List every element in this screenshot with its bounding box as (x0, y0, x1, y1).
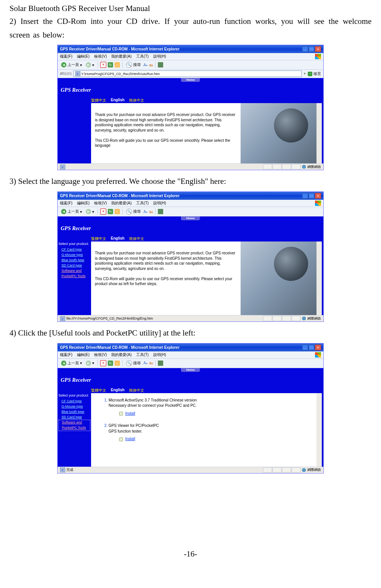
refresh-button[interactable]: ↻ (108, 209, 113, 214)
forward-button[interactable]: ► ▾ (85, 62, 95, 68)
sidebar-header: Select your product: (58, 241, 90, 247)
menu-edit[interactable]: 編輯(E) (77, 54, 90, 59)
status-bar: e完成 網際網路 (58, 467, 323, 473)
back-button[interactable]: ◄上一頁 ▾ (60, 62, 83, 68)
status-page-icon: e (60, 165, 65, 169)
menu-help[interactable]: 說明(H) (153, 201, 166, 206)
sidebar-header: Select your product: (58, 393, 90, 398)
menu-tools[interactable]: 工具(T) (136, 54, 149, 59)
lang-en[interactable]: English (111, 98, 124, 103)
menu-favorites[interactable]: 我的最愛(A) (111, 352, 131, 358)
home-button[interactable]: ⌂ (115, 62, 120, 67)
menu-view[interactable]: 檢視(V) (94, 201, 107, 206)
home-tab[interactable]: Home (181, 78, 200, 82)
install-link-1[interactable]: Install (125, 411, 135, 417)
sidebar-g-mouse[interactable]: G-Mouse type (58, 252, 90, 258)
sidebar-sd-card[interactable]: SD Card type (58, 415, 90, 420)
install-link-2[interactable]: Install (125, 436, 135, 442)
back-button[interactable]: ◄上一頁 ▾ (60, 360, 83, 366)
stop-button[interactable]: ✕ (100, 62, 106, 68)
font-icon[interactable]: A▾ (143, 361, 148, 365)
menu-view[interactable]: 檢視(V) (94, 352, 107, 358)
sidebar-sd-card[interactable]: SD Card type (58, 263, 90, 268)
refresh-button[interactable]: ↻ (108, 62, 113, 67)
font-size-icon[interactable]: aa (149, 63, 153, 67)
toolbar: ◄上一頁 ▾ ► ▾ ✕ ↻ ⌂ 🔍搜尋 A▾ aa (58, 359, 323, 368)
menu-view[interactable]: 檢視(V) (94, 54, 107, 59)
content-panel: Microsoft ActiveSync 3.7 Traditional Chi… (91, 393, 322, 467)
lang-en[interactable]: English (111, 388, 124, 393)
menu-help[interactable]: 說明(H) (153, 54, 166, 59)
forward-button[interactable]: ► ▾ (85, 209, 95, 215)
menu-file[interactable]: 檔案(F) (60, 201, 72, 206)
menu-favorites[interactable]: 我的最愛(A) (111, 54, 131, 59)
sidebar-g-mouse[interactable]: G-Mouse type (58, 404, 90, 409)
home-button[interactable]: ⌂ (115, 361, 120, 366)
sidebar-cf-card[interactable]: CF Card type (58, 247, 90, 252)
content-area: Home GPS Receiver 繁體中文 English 简体中文 Sele… (58, 216, 323, 315)
sidebar-bluetooth[interactable]: Blue tooth type (58, 258, 90, 263)
menu-tools[interactable]: 工具(T) (136, 352, 149, 358)
search-button[interactable]: 🔍搜尋 (125, 208, 142, 215)
close-button[interactable]: × (315, 46, 321, 52)
maximize-button[interactable]: □ (309, 193, 315, 199)
close-button[interactable]: × (315, 193, 321, 199)
address-dropdown[interactable]: ▼ (303, 72, 306, 75)
home-button[interactable]: ⌂ (115, 209, 120, 214)
menu-file[interactable]: 檔案(F) (60, 352, 72, 358)
font-icon[interactable]: A▾ (143, 63, 148, 67)
lang-zh-tw[interactable]: 繁體中文 (91, 388, 106, 393)
minimize-button[interactable]: _ (302, 193, 308, 199)
sidebar-cf-card[interactable]: CF Card type (58, 399, 90, 404)
menu-help[interactable]: 說明(H) (153, 352, 166, 358)
maximize-button[interactable]: □ (309, 345, 315, 350)
screenshot-1: GPS Receiver Driver/Manual CD-ROM - Micr… (57, 45, 324, 170)
lang-zh-tw[interactable]: 繁體中文 (91, 236, 106, 241)
font-icon[interactable]: A▾ (143, 210, 148, 214)
forward-button[interactable]: ► ▾ (85, 360, 95, 366)
home-tab[interactable]: Home (181, 216, 200, 220)
address-input[interactable]: e Y:\HomeProg\CFGPS_CD_Rec2\Html\AutoRun… (73, 71, 302, 77)
window-controls: _□× (302, 345, 321, 350)
menu-file[interactable]: 檔案(F) (60, 54, 72, 59)
menu-tools[interactable]: 工具(T) (136, 201, 149, 206)
font-size-icon[interactable]: aa (149, 210, 153, 214)
toolbar-icon[interactable] (158, 361, 163, 366)
window-controls: _□× (302, 46, 321, 52)
status-bar: e 網際網路 (58, 163, 323, 170)
tool-item-gpsviewer: GPS Viewer for PC/PocketPC GPS function … (109, 423, 313, 442)
back-button[interactable]: ◄上一頁 ▾ (60, 209, 83, 215)
sidebar-software-tools[interactable]: Software and PocketPC Tools (58, 268, 90, 279)
close-button[interactable]: × (315, 345, 321, 350)
product-image (241, 103, 316, 163)
go-button[interactable]: →移至 (308, 71, 321, 77)
font-size-icon[interactable]: aa (149, 361, 153, 365)
toolbar-icon[interactable] (158, 209, 163, 214)
search-button[interactable]: 🔍搜尋 (125, 360, 142, 367)
language-bar: 繁體中文 English 简体中文 (91, 236, 144, 241)
refresh-button[interactable]: ↻ (108, 361, 113, 366)
sidebar-bluetooth[interactable]: Blue tooth type (58, 409, 90, 415)
toolbar-icon[interactable] (158, 62, 163, 67)
minimize-button[interactable]: _ (302, 46, 308, 52)
maximize-button[interactable]: □ (309, 46, 315, 52)
menu-favorites[interactable]: 我的最愛(A) (111, 201, 131, 206)
lang-zh-cn[interactable]: 简体中文 (129, 236, 144, 241)
search-button[interactable]: 🔍搜尋 (125, 61, 142, 68)
page-number: -16- (9, 549, 372, 559)
home-tab[interactable]: Home (181, 368, 200, 372)
stop-button[interactable]: ✕ (100, 209, 106, 215)
zone-icon (302, 165, 306, 169)
lang-zh-tw[interactable]: 繁體中文 (91, 98, 106, 103)
lang-en[interactable]: English (111, 236, 124, 241)
status-page-icon: e (60, 316, 65, 321)
menu-edit[interactable]: 編輯(E) (77, 201, 90, 206)
content-area: Home GPS Receiver 繁體中文 English 简体中文 Than… (58, 78, 323, 163)
lang-zh-cn[interactable]: 简体中文 (129, 98, 144, 103)
stop-button[interactable]: ✕ (100, 360, 106, 366)
minimize-button[interactable]: _ (302, 345, 308, 350)
lang-zh-cn[interactable]: 简体中文 (129, 388, 144, 393)
menu-edit[interactable]: 編輯(E) (77, 352, 90, 358)
sidebar-software-tools[interactable]: Software and PocketPC Tools (58, 420, 90, 431)
screenshot-3: GPS Receiver Driver/Manual CD-ROM - Micr… (57, 343, 324, 474)
